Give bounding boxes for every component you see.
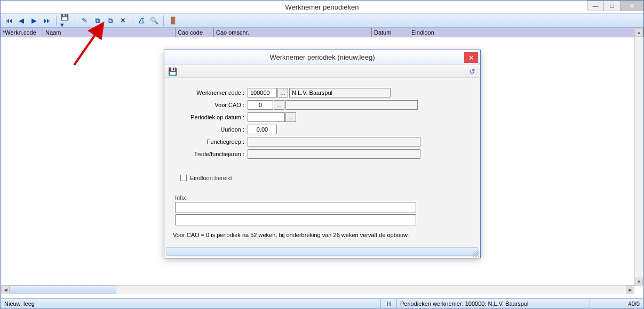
dialog-save-icon[interactable]: 💾 (168, 67, 177, 76)
window-buttons: — ☐ ✕ (587, 1, 643, 11)
lookup-werknemer-code[interactable]: … (277, 88, 288, 97)
toolbar: ⏮ ◀ ▶ ⏭ 💾▾ ✎ ⧉ ⧉ ✕ 🖨 🔍 🚪 (1, 14, 643, 28)
dialog-werknemer-periodiek: Werknemer periodiek (nieuw,leeg) ✕ 💾 ↺ W… (164, 50, 481, 258)
save-dropdown-icon[interactable]: 💾▾ (60, 15, 71, 27)
titlebar: Werknemer periodieken — ☐ ✕ (1, 1, 643, 14)
display-cao-omschr (285, 100, 418, 110)
lookup-voor-cao[interactable]: … (274, 100, 284, 110)
status-h: H (381, 299, 397, 308)
maximize-button[interactable]: ☐ (603, 1, 621, 11)
delete-icon[interactable]: ✕ (117, 15, 129, 27)
col-naam[interactable]: Naam (43, 28, 176, 37)
display-werknemer-naam (289, 88, 391, 97)
vertical-scrollbar[interactable]: ▲ ▼ (634, 28, 643, 286)
status-count: #0/0 (590, 299, 643, 308)
col-datum[interactable]: Datum (372, 28, 409, 37)
scroll-track[interactable] (10, 286, 626, 294)
scroll-thumb[interactable] (10, 286, 116, 294)
input-trede (248, 149, 420, 159)
label-periodiek-datum: Periodiek op datum : (173, 114, 248, 120)
exit-icon[interactable]: 🚪 (167, 15, 179, 27)
scroll-left-icon[interactable]: ◀ (1, 286, 10, 294)
close-button[interactable]: ✕ (620, 1, 643, 11)
input-info-2[interactable] (175, 214, 416, 225)
label-info: Info: (175, 194, 472, 201)
col-cao-omschr[interactable]: Cao omschr. (214, 28, 372, 37)
scroll-right-icon[interactable]: ▶ (626, 286, 634, 294)
print-icon[interactable]: 🖨 (136, 15, 147, 27)
dialog-title: Werknemer periodiek (nieuw,leeg) (269, 53, 375, 61)
input-periodiek-datum[interactable] (248, 112, 285, 122)
label-voor-cao: Voor CAO : (173, 102, 248, 108)
lookup-datum[interactable]: … (285, 112, 296, 122)
label-trede: Trede/functiejaren : (173, 151, 248, 157)
dialog-hint: Voor CAO = 0 is periodiek na 52 weken, b… (173, 232, 472, 238)
last-record-icon[interactable]: ⏭ (41, 15, 53, 27)
checkbox-eindloon-bereikt[interactable] (180, 175, 187, 181)
label-uurloon: Uurloon : (173, 126, 248, 133)
status-left: Nieuw, leeg (1, 299, 381, 308)
copy-icon[interactable]: ⧉ (91, 15, 103, 27)
label-eindloon-bereikt: Eindloon bereikt (190, 175, 232, 181)
main-window: Werknemer periodieken — ☐ ✕ ⏮ ◀ ▶ ⏭ 💾▾ ✎… (0, 0, 644, 309)
dialog-close-button[interactable]: ✕ (464, 52, 478, 63)
horizontal-scrollbar[interactable]: ◀ ▶ (1, 285, 634, 294)
input-voor-cao[interactable] (248, 100, 273, 110)
input-werknemer-code[interactable] (248, 88, 277, 97)
dialog-undo-icon[interactable]: ↺ (467, 67, 477, 76)
prev-record-icon[interactable]: ◀ (15, 15, 27, 27)
grid-header: *Werkn.code Naam Cao code Cao omschr. Da… (1, 28, 643, 37)
window-title: Werknemer periodieken (1, 3, 643, 11)
col-werkn-code[interactable]: *Werkn.code (1, 28, 43, 37)
dialog-footer (166, 247, 478, 256)
duplicate-icon[interactable]: ⧉ (104, 15, 116, 27)
status-bar: Nieuw, leeg H Periodieken werknemer: 100… (1, 298, 643, 308)
scroll-down-icon[interactable]: ▼ (635, 278, 643, 286)
dialog-toolbar: 💾 ↺ (164, 65, 480, 78)
input-uurloon[interactable] (248, 125, 277, 134)
dialog-resize-handle[interactable] (473, 250, 479, 257)
next-record-icon[interactable]: ▶ (28, 15, 40, 27)
input-functiegroep (248, 137, 420, 147)
status-info: Periodieken werknemer: 100000: N.L.V. Ba… (397, 299, 590, 308)
first-record-icon[interactable]: ⏮ (3, 15, 14, 27)
scroll-up-icon[interactable]: ▲ (635, 28, 643, 37)
col-cao-code[interactable]: Cao code (176, 28, 214, 37)
preview-icon[interactable]: 🔍 (148, 15, 160, 27)
label-werknemer-code: Werknemer code : (173, 90, 248, 96)
dialog-titlebar: Werknemer periodiek (nieuw,leeg) ✕ (164, 50, 480, 65)
col-eindloon[interactable]: Eindloon (409, 28, 643, 37)
minimize-button[interactable]: — (587, 1, 604, 11)
dialog-body: Werknemer code : … Voor CAO : … Periodie… (164, 78, 480, 241)
edit-icon[interactable]: ✎ (78, 15, 90, 27)
label-functiegroep: Functiegroep : (173, 139, 248, 145)
input-info-1[interactable] (175, 202, 416, 213)
